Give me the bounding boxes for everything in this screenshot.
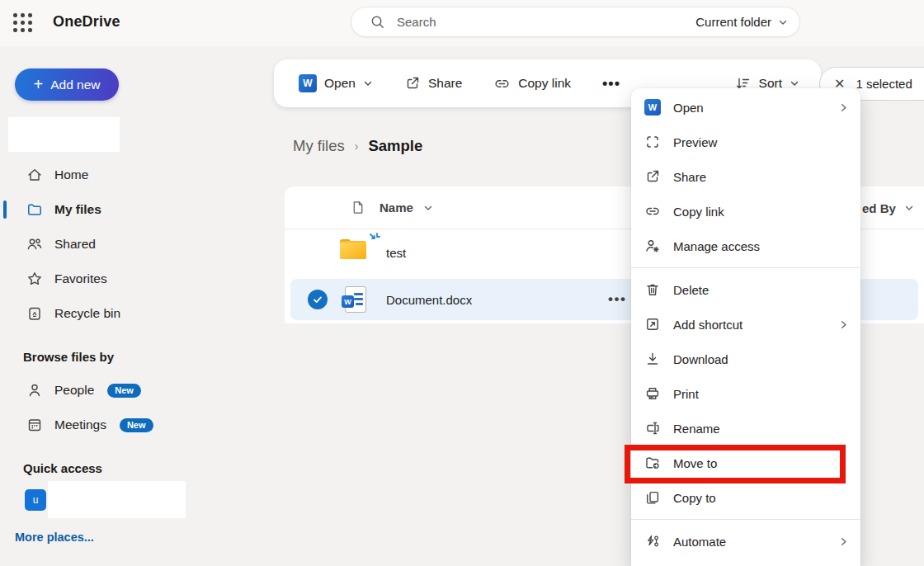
word-icon: W xyxy=(644,99,661,116)
chevron-down-icon xyxy=(423,203,433,213)
automate-icon xyxy=(644,533,661,549)
home-icon xyxy=(26,167,43,183)
more-places-link[interactable]: More places... xyxy=(15,531,94,544)
search-input[interactable]: Search Current folder xyxy=(351,7,800,37)
search-icon xyxy=(370,14,385,30)
sidebar-item-meetings[interactable]: Meetings New xyxy=(0,408,198,442)
star-icon xyxy=(26,271,43,287)
download-icon xyxy=(644,351,661,367)
sidebar-item-recycle-bin[interactable]: Recycle bin xyxy=(0,296,190,331)
copy-link-button[interactable]: Copy link xyxy=(487,70,578,97)
redacted-quick-access-name xyxy=(48,481,186,518)
menu-item-print[interactable]: Print xyxy=(631,376,860,411)
menu-item-automate[interactable]: Automate xyxy=(631,524,860,559)
onedrive-app: OneDrive Search Current folder + Add new… xyxy=(0,0,924,566)
people-icon xyxy=(26,236,43,252)
move-to-icon xyxy=(644,455,661,471)
sidebar-item-home[interactable]: Home xyxy=(0,158,190,192)
folder-icon xyxy=(26,201,43,218)
manage-access-icon xyxy=(644,238,661,254)
share-button[interactable]: Share xyxy=(398,70,469,97)
browse-files-by-header: Browse files by xyxy=(23,350,114,364)
context-menu: W Open Preview Share Copy link Manage ac… xyxy=(631,88,860,566)
quick-access-header: Quick access xyxy=(23,461,102,475)
word-document-icon: W xyxy=(345,286,366,313)
copy-to-icon xyxy=(644,489,661,506)
word-icon: W xyxy=(299,74,317,92)
menu-item-delete[interactable]: Delete xyxy=(631,272,860,307)
rename-icon xyxy=(644,420,661,436)
link-icon xyxy=(644,203,661,219)
toolbar-more-options-icon[interactable]: ••• xyxy=(597,75,625,92)
menu-item-manage-access[interactable]: Manage access xyxy=(631,229,860,263)
chevron-right-icon xyxy=(838,102,849,113)
chevron-down-icon xyxy=(363,78,373,88)
menu-separator xyxy=(631,519,860,520)
app-launcher-icon[interactable] xyxy=(13,13,33,33)
menu-item-add-shortcut[interactable]: Add shortcut xyxy=(631,307,860,342)
search-scope-dropdown[interactable]: Current folder xyxy=(695,15,788,29)
chevron-right-icon xyxy=(838,536,849,547)
link-icon xyxy=(493,75,511,92)
menu-separator xyxy=(631,267,860,268)
new-badge: New xyxy=(120,418,153,432)
menu-item-open[interactable]: W Open xyxy=(631,90,860,125)
app-title: OneDrive xyxy=(53,13,120,31)
column-header-modified-by[interactable]: ed By xyxy=(862,186,914,229)
chevron-right-icon xyxy=(838,319,849,330)
chevron-down-icon xyxy=(778,17,788,27)
chevron-down-icon xyxy=(904,203,914,213)
plus-icon: + xyxy=(33,76,43,92)
quick-access-site-icon[interactable]: u xyxy=(25,489,46,511)
folder-yellow-icon xyxy=(338,237,368,262)
new-badge: New xyxy=(107,384,141,398)
sidebar-item-favorites[interactable]: Favorites xyxy=(0,262,190,296)
column-header-name[interactable]: Name xyxy=(380,200,433,215)
row-more-options-icon[interactable]: ••• xyxy=(608,291,626,308)
selection-count-label: 1 selected xyxy=(856,77,912,91)
top-header: OneDrive Search Current folder xyxy=(0,0,924,46)
menu-item-copy-link[interactable]: Copy link xyxy=(631,194,860,229)
open-button[interactable]: W Open xyxy=(292,69,380,97)
breadcrumb-my-files[interactable]: My files xyxy=(293,137,345,155)
file-name[interactable]: Document.docx xyxy=(386,293,472,307)
menu-item-preview[interactable]: Preview xyxy=(631,125,860,159)
preview-icon xyxy=(644,134,661,150)
redacted-account-name xyxy=(8,117,120,152)
add-shortcut-icon xyxy=(644,316,661,333)
breadcrumb-current-folder: Sample xyxy=(368,137,422,155)
file-name[interactable]: test xyxy=(386,246,406,260)
menu-item-rename[interactable]: Rename xyxy=(631,411,860,446)
menu-item-move-to[interactable]: Move to xyxy=(631,446,860,480)
selected-check-icon[interactable] xyxy=(308,290,328,309)
print-icon xyxy=(644,385,661,402)
sidebar-item-shared[interactable]: Shared xyxy=(0,227,190,262)
search-placeholder: Search xyxy=(397,15,436,29)
file-icon xyxy=(351,200,366,215)
sidebar-item-my-files[interactable]: My files xyxy=(0,192,190,227)
share-icon xyxy=(404,75,421,92)
recycle-bin-icon xyxy=(26,305,43,322)
delete-icon xyxy=(644,281,661,298)
person-icon xyxy=(26,382,43,399)
sidebar-item-people[interactable]: People New xyxy=(0,373,198,408)
breadcrumb: My files › Sample xyxy=(293,137,422,155)
sidebar-nav: Home My files Shared Favorites Recycle b… xyxy=(0,158,190,331)
menu-item-copy-to[interactable]: Copy to xyxy=(631,480,860,515)
share-icon xyxy=(644,168,661,185)
sidebar-browse-section: People New Meetings New xyxy=(0,373,198,442)
calendar-icon xyxy=(26,417,43,433)
breadcrumb-separator: › xyxy=(355,139,359,153)
chevron-down-icon xyxy=(790,78,799,88)
new-item-sparkle-icon xyxy=(368,232,381,245)
add-new-button[interactable]: + Add new xyxy=(15,68,119,101)
menu-item-download[interactable]: Download xyxy=(631,342,860,376)
menu-item-share[interactable]: Share xyxy=(631,159,860,194)
